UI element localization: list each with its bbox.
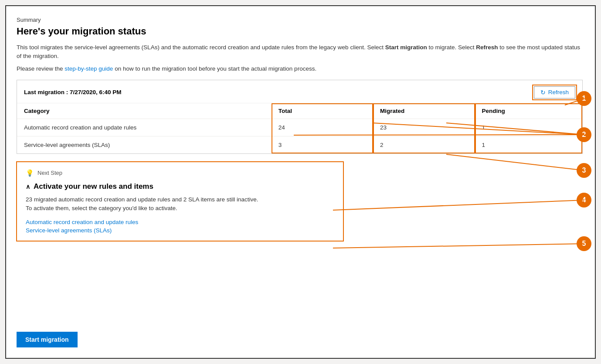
last-migration-text: Last migration : 7/27/2020, 6:40 PM	[24, 89, 122, 95]
table-row: Service-level agreements (SLAs) 3 2 1	[17, 136, 582, 153]
svg-line-5	[333, 200, 584, 210]
annotation-circle-5: 5	[577, 236, 591, 251]
svg-line-4	[446, 154, 584, 170]
col-category: Category	[17, 103, 272, 119]
col-migrated: Migrated	[373, 103, 475, 119]
refresh-button[interactable]: ↻ Refresh	[534, 86, 575, 99]
total-1: 24	[272, 119, 373, 136]
lightbulb-icon: 💡	[26, 169, 34, 177]
status-header: Last migration : 7/27/2020, 6:40 PM ↻ Re…	[17, 80, 582, 103]
category-1: Automatic record creation and update rul…	[17, 119, 272, 136]
annotation-circle-4: 4	[577, 193, 591, 208]
summary-label: Summary	[17, 17, 583, 23]
step-by-step-link[interactable]: step-by-step guide	[65, 65, 113, 72]
link-arc-rules[interactable]: Automatic record creation and update rul…	[26, 219, 334, 225]
next-step-box: 💡 Next Step ∧ Activate your new rules an…	[17, 162, 343, 242]
pending-2: 1	[475, 136, 582, 153]
svg-line-6	[333, 244, 584, 248]
total-2: 3	[272, 136, 373, 153]
next-step-title: ∧ Activate your new rules and items	[26, 182, 334, 191]
table-row: Automatic record creation and update rul…	[17, 119, 582, 136]
start-migration-button[interactable]: Start migration	[17, 332, 78, 347]
migrated-2: 2	[373, 136, 475, 153]
link-sla[interactable]: Service-level agreements (SLAs)	[26, 227, 334, 234]
chevron-up-icon: ∧	[26, 183, 30, 190]
description: This tool migrates the service-level agr…	[17, 43, 583, 61]
guide-line: Please review the step-by-step guide on …	[17, 65, 583, 72]
col-total: Total	[272, 103, 373, 119]
main-container: Summary Here's your migration status Thi…	[5, 5, 596, 359]
next-step-header: 💡 Next Step	[26, 169, 334, 177]
page-title: Here's your migration status	[17, 26, 583, 37]
status-box: Last migration : 7/27/2020, 6:40 PM ↻ Re…	[17, 80, 583, 154]
col-pending: Pending	[475, 103, 582, 119]
refresh-icon: ↻	[540, 89, 546, 96]
annotation-circle-3: 3	[577, 163, 591, 178]
next-step-links: Automatic record creation and update rul…	[26, 219, 334, 234]
migration-table: Category Total Migrated Pending	[17, 103, 582, 153]
category-2: Service-level agreements (SLAs)	[17, 136, 272, 153]
next-step-desc: 23 migrated automatic record creation an…	[26, 195, 334, 213]
pending-1: 1	[475, 119, 582, 136]
migrated-1: 23	[373, 119, 475, 136]
